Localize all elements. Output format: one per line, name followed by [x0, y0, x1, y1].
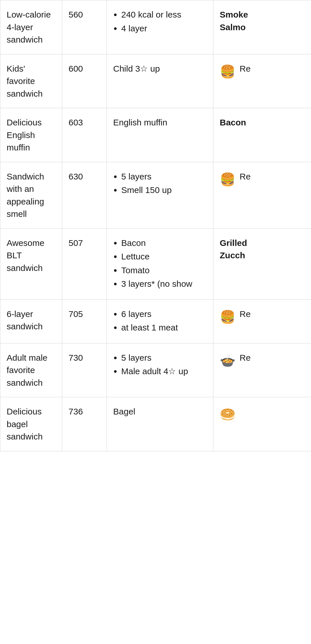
- sandwich-name: Sandwich with an appealing smell: [0, 162, 62, 228]
- table-row: Delicious English muffin603English muffi…: [0, 108, 311, 162]
- tag-label-line2: Salmo: [220, 21, 305, 34]
- table-row: Sandwich with an appealing smell6305 lay…: [0, 162, 311, 228]
- detail-item: Tomato: [121, 264, 207, 277]
- tag-label: Bacon: [220, 116, 305, 129]
- calorie-count: 630: [62, 162, 107, 228]
- table-row: Kids' favorite sandwich600Child 3☆ up🍔Re: [0, 54, 311, 108]
- tag-content: 🍲Re: [220, 351, 305, 370]
- table-row: Adult male favorite sandwich7305 layersM…: [0, 343, 311, 397]
- detail-item: Male adult 4☆ up: [121, 365, 207, 378]
- calorie-count: 560: [62, 0, 107, 54]
- sandwich-details: 5 layersSmell 150 up: [107, 162, 213, 228]
- tag-label: Grilled: [220, 237, 305, 249]
- tag-label: Re: [240, 62, 251, 75]
- tag-label-line2: Zucch: [220, 249, 305, 262]
- calorie-count: 705: [62, 299, 107, 343]
- calorie-count: 507: [62, 228, 107, 299]
- calorie-count: 603: [62, 108, 107, 162]
- sandwich-details: Bagel: [107, 397, 213, 451]
- table-row: Delicious bagel sandwich736Bagel🥯: [0, 397, 311, 451]
- tag-label: Re: [240, 351, 251, 364]
- sandwich-name: Low-calorie 4-layer sandwich: [0, 0, 62, 54]
- sandwich-name: Kids' favorite sandwich: [0, 54, 62, 108]
- tag-label: Smoke: [220, 8, 305, 21]
- calorie-count: 600: [62, 54, 107, 108]
- tag-content: 🍔Re: [220, 62, 305, 81]
- sandwich-name: Awesome BLT sandwich: [0, 228, 62, 299]
- tag-label: Re: [240, 308, 251, 320]
- sandwich-name: Delicious bagel sandwich: [0, 397, 62, 451]
- sandwich-details: 6 layersat least 1 meat: [107, 299, 213, 343]
- tag-emoji: 🥯: [220, 407, 236, 421]
- sandwich-table: Low-calorie 4-layer sandwich560240 kcal …: [0, 0, 311, 451]
- tag-cell: 🥯: [213, 397, 311, 451]
- tag-emoji: 🍔: [220, 62, 236, 81]
- detail-item: Lettuce: [121, 250, 207, 263]
- calorie-count: 730: [62, 343, 107, 397]
- detail-item: 240 kcal or less: [121, 8, 207, 21]
- sandwich-details: Child 3☆ up: [107, 54, 213, 108]
- detail-item: 5 layers: [121, 351, 207, 364]
- sandwich-name: Adult male favorite sandwich: [0, 343, 62, 397]
- tag-cell: Bacon: [213, 108, 311, 162]
- sandwich-details: 240 kcal or less4 layer: [107, 0, 213, 54]
- sandwich-details: English muffin: [107, 108, 213, 162]
- calorie-count: 736: [62, 397, 107, 451]
- tag-cell: 🍔Re: [213, 54, 311, 108]
- detail-item: 4 layer: [121, 22, 207, 35]
- table-row: 6-layer sandwich7056 layersat least 1 me…: [0, 299, 311, 343]
- sandwich-details: BaconLettuceTomato3 layers* (no show: [107, 228, 213, 299]
- tag-cell: GrilledZucch: [213, 228, 311, 299]
- sandwich-name: 6-layer sandwich: [0, 299, 62, 343]
- tag-cell: 🍔Re: [213, 299, 311, 343]
- table-row: Awesome BLT sandwich507BaconLettuceTomat…: [0, 228, 311, 299]
- detail-item: Smell 150 up: [121, 184, 207, 196]
- detail-item: 5 layers: [121, 170, 207, 183]
- sandwich-name: Delicious English muffin: [0, 108, 62, 162]
- tag-emoji: 🍔: [220, 308, 236, 326]
- detail-item: at least 1 meat: [121, 321, 207, 334]
- detail-item: 6 layers: [121, 308, 207, 320]
- sandwich-details: 5 layersMale adult 4☆ up: [107, 343, 213, 397]
- tag-emoji: 🍲: [220, 351, 236, 370]
- tag-content: 🍔Re: [220, 170, 305, 189]
- tag-content: 🍔Re: [220, 308, 305, 326]
- tag-cell: SmokeSalmo: [213, 0, 311, 54]
- detail-item: Bacon: [121, 237, 207, 249]
- table-row: Low-calorie 4-layer sandwich560240 kcal …: [0, 0, 311, 54]
- tag-label: Re: [240, 170, 251, 183]
- tag-emoji: 🍔: [220, 170, 236, 189]
- tag-cell: 🍲Re: [213, 343, 311, 397]
- tag-cell: 🍔Re: [213, 162, 311, 228]
- detail-item: 3 layers* (no show: [121, 278, 207, 290]
